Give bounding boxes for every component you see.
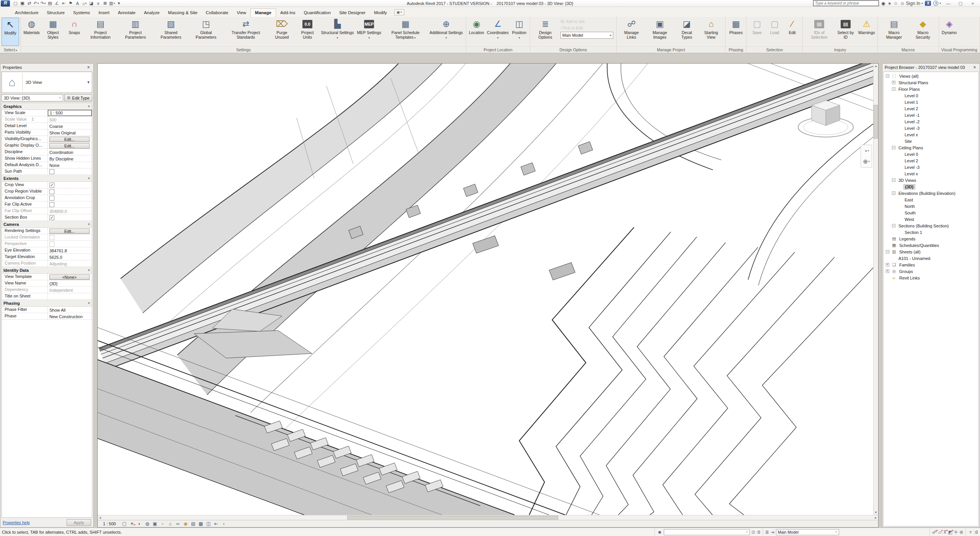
tab-collaborate[interactable]: Collaborate xyxy=(202,9,233,17)
shadows-icon[interactable]: ◐ xyxy=(136,521,143,527)
exit-design-option-icon[interactable]: ⇥ xyxy=(771,529,774,535)
collapse-section-icon[interactable]: « xyxy=(87,105,91,108)
filter-icon[interactable]: ▼ xyxy=(968,529,973,535)
property-button[interactable]: Edit... xyxy=(49,137,90,142)
property-input[interactable]: 1 : 500 xyxy=(48,110,92,116)
tree-item-a101-unnamed[interactable]: A101 - Unnamed xyxy=(884,255,978,261)
tree-item-east[interactable]: East xyxy=(884,196,978,203)
dynamo-button[interactable]: ◈Dynamo xyxy=(941,18,958,40)
panel-schedule-templates-button[interactable]: ▦Panel Schedule Templates ▾ xyxy=(383,18,428,40)
property-value[interactable]: {3D} xyxy=(48,280,92,286)
design-options-icon[interactable]: ≣ xyxy=(765,529,769,535)
additional-settings-button[interactable]: ⊕Additional Settings ▾ xyxy=(428,18,464,40)
tab-insert[interactable]: Insert xyxy=(94,9,114,17)
edit-type-button[interactable]: ⊞ Edit Type xyxy=(64,94,92,101)
tree-item-3d-views[interactable]: −3D Views xyxy=(884,177,978,183)
tree-item-ceiling-plans[interactable]: −Ceiling Plans xyxy=(884,144,978,151)
aligned-dimension-button[interactable]: ⇤ xyxy=(60,0,67,7)
tab-site-designer[interactable]: Site Designer xyxy=(335,9,370,17)
help-menu[interactable]: ? ▾ xyxy=(933,1,941,6)
tab-structure[interactable]: Structure xyxy=(42,9,69,17)
purge-unused-button[interactable]: ⌦Purge Unused xyxy=(268,18,295,40)
property-value[interactable]: 500 xyxy=(48,116,92,123)
section-header-identity-data[interactable]: Identity Data« xyxy=(2,267,92,274)
section-header-camera[interactable]: Camera« xyxy=(2,221,92,228)
tree-item-views-all[interactable]: −⬚Views (all) xyxy=(884,73,978,79)
tree-item-level-x[interactable]: Level x xyxy=(884,131,978,138)
snaps-button[interactable]: ∩Snaps xyxy=(65,18,83,40)
tree-item-sheets-all[interactable]: −▥Sheets (all) xyxy=(884,248,978,255)
tree-item-level-2[interactable]: Level 2 xyxy=(884,105,978,112)
property-value[interactable]: Show All xyxy=(48,307,92,313)
property-value[interactable]: 1 : 500 xyxy=(48,110,92,116)
minimize-button[interactable]: — xyxy=(943,1,953,6)
default-3d-view-button[interactable]: ⌂▾ xyxy=(81,0,88,7)
scroll-right-icon[interactable]: ▸ xyxy=(873,515,878,520)
location-button[interactable]: ◉Location xyxy=(468,18,485,40)
hide-analytical-model-icon[interactable]: ▩ xyxy=(198,521,204,527)
panel-label-project-location[interactable]: Project Location xyxy=(466,46,530,53)
select-underlay-elements-toggle[interactable]: ▱× xyxy=(938,529,942,535)
warnings-button[interactable]: ⚠Warnings xyxy=(857,18,876,40)
tab-analyze[interactable]: Analyze xyxy=(140,9,164,17)
tree-item-groups[interactable]: +◎Groups xyxy=(884,268,978,275)
property-value[interactable]: Show Original xyxy=(48,129,92,136)
restore-button[interactable]: ▢ xyxy=(956,1,965,6)
property-checkbox[interactable]: ✓ xyxy=(49,215,54,220)
tree-item-level-2[interactable]: Level 2 xyxy=(884,157,978,164)
property-button[interactable]: Edit... xyxy=(49,143,90,149)
starting-view-button[interactable]: ⌂Starting View xyxy=(699,18,724,40)
panel-label-inquiry[interactable]: Inquiry xyxy=(803,46,877,53)
property-checkbox[interactable] xyxy=(49,189,54,194)
save-button[interactable]: ▣ xyxy=(19,0,26,7)
visual-style-icon[interactable]: ▢ xyxy=(121,521,128,527)
select-by-id-button[interactable]: ||||Select by ID xyxy=(834,18,858,40)
collapse-icon[interactable]: − xyxy=(892,191,895,195)
shared-parameters-button[interactable]: ▧Shared Parameters xyxy=(153,18,189,40)
collapse-bar-icon[interactable]: ‹ xyxy=(220,521,227,527)
temporary-hide-isolate-icon[interactable]: ∞ xyxy=(175,521,181,527)
unlocked-3d-view-icon[interactable]: ⌂ xyxy=(167,521,174,527)
tree-item-level-x[interactable]: Level x xyxy=(884,170,978,177)
panel-label-selection[interactable]: Selection xyxy=(746,46,802,53)
vertical-scrollbar[interactable]: ▴ ▾ xyxy=(873,64,878,515)
property-checkbox[interactable] xyxy=(49,169,54,174)
panel-label-design-options[interactable]: Design Options xyxy=(530,46,616,53)
tree-item-revit-links[interactable]: ∞Revit Links xyxy=(884,275,978,281)
property-value[interactable]: Coarse xyxy=(48,123,92,129)
panel-label-manage-project[interactable]: Manage Project xyxy=(617,46,725,53)
select-links-toggle[interactable]: ☍× xyxy=(932,529,937,535)
customize-qat-button[interactable]: ▾ xyxy=(116,0,122,7)
property-checkbox[interactable] xyxy=(49,196,54,201)
property-value[interactable] xyxy=(48,188,92,194)
temporary-view-properties-icon[interactable]: ▤ xyxy=(190,521,197,527)
collapse-section-icon[interactable]: « xyxy=(87,223,91,226)
property-value[interactable]: By Discipline xyxy=(48,155,92,162)
property-value[interactable]: Edit... xyxy=(48,142,92,149)
subscription-center-icon[interactable]: ∗ xyxy=(888,1,892,6)
tab-modify[interactable]: Modify xyxy=(370,9,391,17)
scroll-left-icon[interactable]: ◂ xyxy=(98,515,103,520)
tree-item-south[interactable]: South xyxy=(884,209,978,216)
property-button[interactable]: Edit... xyxy=(49,229,90,234)
tree-item-north[interactable]: North xyxy=(884,203,978,209)
project-units-button[interactable]: 0.0Project Units xyxy=(296,18,320,40)
sync-with-central-button[interactable]: ⇄ xyxy=(26,0,33,7)
panel-label-select[interactable]: Select ▾ xyxy=(0,46,21,53)
tree-item-3d[interactable]: {3D} xyxy=(884,183,978,190)
horizontal-scrollbar[interactable]: ◂ ▸ xyxy=(98,515,878,520)
property-value[interactable]: New Construction xyxy=(48,313,92,319)
close-button[interactable]: × xyxy=(968,1,978,6)
project-information-button[interactable]: ▤Project Information xyxy=(83,18,118,40)
type-selector[interactable]: ⌂ 3D View ▼ xyxy=(2,72,92,93)
type-selector-chevron-icon[interactable]: ▼ xyxy=(85,80,92,84)
tab-annotate[interactable]: Annotate xyxy=(114,9,140,17)
panel-label-visual-programming[interactable]: Visual Programming xyxy=(939,46,980,53)
measure-button[interactable]: ∠ xyxy=(54,0,60,7)
project-browser-header[interactable]: Project Browser - 20170107 view model 03… xyxy=(882,64,980,71)
redo-button[interactable]: ↷▾ xyxy=(40,0,46,7)
switch-windows-button[interactable]: ▥▾ xyxy=(109,0,115,7)
property-value[interactable]: Edit... xyxy=(48,228,92,234)
expand-icon[interactable]: + xyxy=(886,263,889,266)
tree-item-structural-plans[interactable]: +Structural Plans xyxy=(884,79,978,86)
